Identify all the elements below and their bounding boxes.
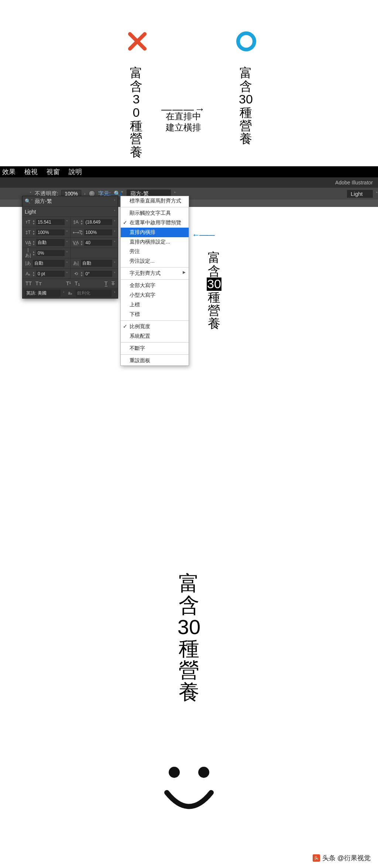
hscale-icon: ⟷T bbox=[73, 230, 79, 235]
stepper-icon[interactable]: ▴▾ bbox=[33, 229, 35, 235]
menu-item[interactable]: 標準垂直羅馬對齊方式 bbox=[121, 196, 189, 206]
result-area: 富 含 30 種 營 養 bbox=[62, 573, 316, 703]
antialias-field[interactable]: 銳利化 bbox=[76, 290, 111, 297]
menu-view[interactable]: 檢視 bbox=[24, 167, 38, 176]
tsume-icon: |あ| bbox=[25, 247, 31, 259]
stepper-icon[interactable]: ▴▾ bbox=[33, 271, 35, 277]
cross-icon bbox=[126, 30, 148, 52]
chevron-icon[interactable]: › bbox=[84, 191, 86, 196]
panel-menu[interactable]: 標準垂直羅馬對齊方式顯示觸控文字工具在選單中啟用字體預覽直排內橫排直排內橫排設定… bbox=[120, 196, 189, 366]
chevron-down-icon[interactable]: ˅ bbox=[63, 291, 65, 295]
menubar[interactable]: 效果 檢視 視窗 說明 bbox=[0, 166, 378, 177]
menu-effects[interactable]: 效果 bbox=[2, 167, 16, 176]
svg-point-3 bbox=[169, 767, 180, 778]
tracking-field[interactable]: 40 bbox=[84, 240, 113, 246]
aki-right-field[interactable]: 自動 bbox=[81, 260, 113, 267]
menu-item[interactable]: 比例寬度 bbox=[121, 322, 189, 331]
chevron-down-icon[interactable]: ˅ bbox=[66, 220, 68, 224]
kerning-icon: VA̲ bbox=[25, 240, 31, 245]
menu-item[interactable]: 下標 bbox=[121, 310, 189, 319]
aki-left-field[interactable]: 自動 bbox=[33, 260, 65, 267]
chevron-down-icon[interactable]: ˅ bbox=[66, 251, 68, 255]
all-caps-icon[interactable]: TT bbox=[25, 280, 32, 286]
type-style-buttons[interactable]: TT Tᴛ T¹ T₁ T̲ T̶ bbox=[23, 279, 118, 288]
chevron-down-icon[interactable]: ˅ bbox=[114, 210, 116, 214]
menu-item[interactable]: 系統配置 bbox=[121, 331, 189, 341]
sample-vertical-text: 富 含 30 種 營 養 bbox=[207, 251, 221, 330]
subscript-icon[interactable]: T₁ bbox=[75, 280, 80, 286]
menu-item[interactable]: 全部大寫字 bbox=[121, 281, 189, 290]
rotation-field[interactable]: 0° bbox=[84, 271, 113, 277]
language-field[interactable]: 英語: 美國 bbox=[25, 290, 61, 297]
svg-point-4 bbox=[198, 767, 209, 778]
tracking-icon: V͟A bbox=[73, 240, 79, 245]
illustrator-ui: 效果 檢視 視窗 說明 Adobe Illustrator ˅ 不透明度: 10… bbox=[0, 166, 378, 207]
stepper-icon[interactable]: ▴▾ bbox=[33, 240, 35, 246]
pointer-left-icon: ←—— bbox=[192, 230, 214, 240]
antialias-icon: aₐ bbox=[67, 290, 73, 296]
menu-item[interactable]: 旁注 bbox=[121, 247, 189, 256]
font-weight-field[interactable]: Light bbox=[25, 209, 112, 215]
chevron-down-icon[interactable]: ˅ bbox=[174, 191, 176, 196]
kerning-field[interactable]: 自動 bbox=[36, 239, 65, 246]
leading-field[interactable]: (18.649 bbox=[84, 219, 113, 225]
highlighted-tatechuyoko: 30 bbox=[207, 278, 221, 291]
chevron-down-icon[interactable]: ˅ bbox=[114, 291, 116, 295]
underline-icon[interactable]: T̲ bbox=[104, 280, 108, 286]
menu-item[interactable]: 字元對齊方式 bbox=[121, 269, 189, 278]
chevron-down-icon[interactable]: ˅ bbox=[114, 272, 116, 276]
menu-help[interactable]: 說明 bbox=[69, 167, 82, 176]
menu-item[interactable]: 重設面板 bbox=[121, 356, 189, 365]
stepper-icon[interactable]: ▴▾ bbox=[81, 271, 83, 277]
menu-item[interactable]: 上標 bbox=[121, 300, 189, 310]
svg-point-2 bbox=[238, 33, 254, 50]
superscript-icon[interactable]: T¹ bbox=[66, 280, 71, 286]
search-icon[interactable]: 🔍˅ bbox=[25, 198, 33, 204]
stepper-icon[interactable]: ▴▾ bbox=[81, 229, 83, 235]
menu-item[interactable]: 直排內橫排設定... bbox=[121, 237, 189, 247]
result-vertical-text: 富 含 30 種 營 養 bbox=[178, 573, 200, 703]
wrong-vertical-text: 富含30種營養 bbox=[130, 67, 142, 159]
vscale-field[interactable]: 100% bbox=[36, 229, 65, 235]
chevron-down-icon[interactable]: ˅ bbox=[114, 220, 116, 224]
stepper-icon[interactable]: ▴▾ bbox=[33, 250, 35, 256]
watermark-logo-icon: 头 bbox=[313, 854, 320, 862]
font-size-field[interactable]: 15.541 bbox=[36, 219, 65, 225]
chevron-down-icon[interactable]: ˅ bbox=[114, 241, 116, 245]
menu-item[interactable]: 不斷字 bbox=[121, 344, 189, 353]
app-title-bar: Adobe Illustrator bbox=[0, 177, 378, 188]
menu-item[interactable]: 顯示觸控文字工具 bbox=[121, 208, 189, 218]
stepper-icon[interactable]: ▴▾ bbox=[33, 219, 35, 225]
circle-icon bbox=[235, 30, 257, 52]
stepper-icon[interactable]: ▴▾ bbox=[81, 219, 83, 225]
menu-item[interactable]: 直排內橫排 bbox=[121, 228, 189, 237]
menu-window[interactable]: 視窗 bbox=[47, 167, 60, 176]
chevron-down-icon[interactable]: ˅ bbox=[66, 230, 68, 234]
baseline-shift-icon: Aₐ bbox=[25, 271, 31, 276]
small-caps-icon[interactable]: Tᴛ bbox=[35, 280, 42, 286]
strikethrough-icon[interactable]: T̶ bbox=[111, 280, 115, 286]
vscale-icon: ‡T bbox=[25, 230, 31, 235]
hscale-field[interactable]: 100% bbox=[84, 229, 113, 235]
tsume-field[interactable]: 0% bbox=[36, 250, 65, 256]
chevron-down-icon[interactable]: ˅ bbox=[376, 191, 378, 196]
watermark: 头 头条 @衍果视觉 bbox=[313, 854, 371, 862]
stepper-icon[interactable]: ▴▾ bbox=[81, 240, 83, 246]
chevron-down-icon[interactable]: ˅ bbox=[66, 241, 68, 245]
menu-item[interactable]: 旁注設定... bbox=[121, 256, 189, 266]
chevron-down-icon[interactable]: ˅ bbox=[66, 272, 68, 276]
chevron-down-icon[interactable]: ˅ bbox=[66, 261, 68, 265]
chevron-icon[interactable]: ˅ bbox=[30, 191, 32, 196]
chevron-down-icon[interactable]: ˅ bbox=[114, 261, 116, 265]
chevron-down-icon[interactable]: ˅ bbox=[114, 230, 116, 234]
menu-item[interactable]: 在選單中啟用字體預覽 bbox=[121, 218, 189, 228]
menu-item[interactable]: 小型大寫字 bbox=[121, 290, 189, 300]
character-panel[interactable]: 🔍˅ 蘋方-繁 ˅ Light ˅ тT▴▾15.541˅ ‡A▴▾(18.64… bbox=[22, 196, 118, 299]
font-weight-field[interactable]: Light bbox=[347, 190, 373, 198]
comparison-area: 富含30種營養 富含30種營養 ———→ 在直排中 建立橫排 bbox=[62, 0, 316, 166]
font-family-field[interactable]: 蘋方-繁 bbox=[35, 198, 112, 205]
baseline-shift-field[interactable]: 0 pt bbox=[36, 271, 65, 277]
annotation-text: 在直排中 建立橫排 bbox=[166, 111, 201, 133]
aki-right-icon: あ| bbox=[73, 260, 79, 266]
chevron-down-icon[interactable]: ˅ bbox=[114, 199, 116, 203]
